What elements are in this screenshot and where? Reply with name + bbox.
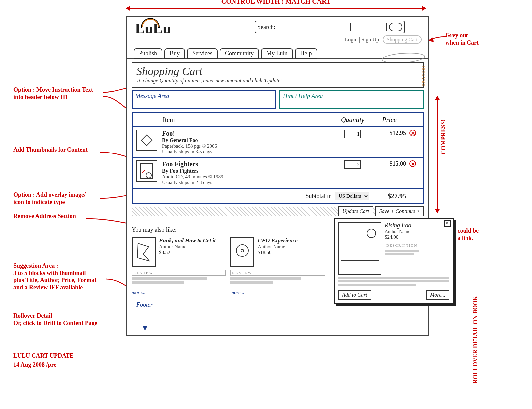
cd-icon [140, 163, 153, 179]
col-qty: Quantity [333, 116, 373, 124]
item-thumbnail [136, 160, 157, 182]
description-bars-icon [385, 250, 419, 255]
suggestion-thumbnail [132, 237, 156, 267]
suggestion-thumbnail [230, 237, 254, 267]
anno-footer-title: LULU CART UPDATE [13, 352, 74, 359]
item-title[interactable]: Foo Fighters [162, 160, 333, 168]
anno-greyout: Grey out when in Cart [445, 32, 479, 46]
suggestion-price: $8.52 [159, 250, 216, 255]
cart-row: Foo! By General Foo Paperback, 158 pgs ©… [133, 126, 423, 157]
sun-icon [367, 229, 376, 238]
item-price: $15.00 [373, 160, 406, 167]
anno-remove-address: Remove Address Section [13, 213, 76, 220]
popup-close-button[interactable]: ✕ [444, 220, 451, 227]
anno-rollover-side: ROLLOVER DETAIL ON BOOK [472, 296, 479, 384]
anno-overlay: Option : Add overlay image/ icon to indi… [13, 191, 86, 206]
dimension-arrow-top: CONTROL WIDTH : MATCH CART [126, 5, 426, 12]
anno-instruction: Option : Move Instruction Text into head… [13, 86, 93, 101]
item-shipping: Usually ships in 2-3 days [162, 180, 333, 185]
tab-publish[interactable]: Publish [134, 48, 162, 59]
remove-button[interactable] [406, 160, 419, 169]
removed-address-area: Update Cart Save + Continue > [132, 207, 424, 216]
remove-icon [409, 160, 416, 167]
main-tabs: Publish Buy Services Community My Lulu H… [134, 48, 317, 59]
tab-services[interactable]: Services [187, 48, 218, 59]
diamond-icon [140, 134, 153, 147]
suggestions-header: You may also like: [132, 226, 177, 233]
popup-description-label: DESCRIPTION [385, 243, 419, 248]
item-author: By Foo Fighters [162, 168, 333, 174]
item-price: $12.95 [373, 130, 406, 137]
subtotal-value: $27.95 [373, 192, 406, 200]
cart-link[interactable]: Shopping Cart [383, 35, 422, 44]
search-input[interactable] [279, 23, 348, 31]
page-title: Shopping Cart [136, 65, 419, 78]
search-category[interactable] [350, 23, 387, 31]
message-area: Message Area [132, 90, 276, 109]
page-title-box: Shopping Cart To change Quantity of an i… [132, 62, 424, 88]
qty-input[interactable] [344, 130, 361, 138]
popup-more-button[interactable]: More... [426, 290, 449, 300]
tab-buy[interactable]: Buy [164, 48, 185, 59]
down-arrow-icon [142, 311, 148, 332]
anno-footer-meta: 14 Aug 2008 /pre [13, 361, 56, 369]
subtotal-label: Subtotal in [305, 193, 332, 200]
item-title[interactable]: Foo! [162, 130, 333, 137]
item-shipping: Usually ships in 3-5 days [162, 149, 333, 154]
currency-select[interactable]: US Dollars [335, 192, 369, 200]
anno-could-link: could be a link. [457, 227, 479, 242]
update-cart-button[interactable]: Update Cart [338, 206, 373, 216]
search-go-button[interactable] [389, 23, 402, 31]
remove-icon [409, 130, 416, 136]
col-item: Item [163, 116, 333, 124]
dimension-arrow-right: COMPRESS! [434, 96, 441, 213]
signup-link[interactable]: Sign Up [361, 37, 379, 42]
suggestion-title: Funk, and How to Get it [159, 237, 216, 244]
logo: LuLu [135, 20, 175, 37]
remove-button[interactable] [406, 130, 419, 138]
tab-community[interactable]: Community [220, 48, 259, 59]
review-bars-icon [230, 277, 325, 284]
tab-help[interactable]: Help [295, 48, 317, 59]
save-continue-button[interactable]: Save + Continue > [375, 206, 424, 216]
suggestion-more-link[interactable]: more... [132, 290, 226, 295]
cart-table: Item Quantity Price Foo! By General Foo … [132, 112, 424, 204]
book-icon [135, 241, 152, 264]
suggestion-price: $18.50 [258, 250, 297, 255]
item-thumbnail [136, 130, 157, 151]
review-label: REVIEW [132, 270, 226, 276]
page-frame: LuLu Search: Login | Sign Up | Shopping … [126, 16, 429, 336]
suggestion-title: UFO Experience [258, 237, 297, 244]
search-label: Search: [257, 24, 275, 31]
hint-area: Hint / Help Area [279, 90, 424, 109]
svg-point-10 [236, 245, 248, 256]
review-label: REVIEW [230, 270, 325, 276]
user-links: Login | Sign Up | Shopping Cart [345, 37, 422, 43]
suggestion-more-link[interactable]: more... [230, 290, 325, 295]
svg-marker-12 [143, 326, 147, 331]
dimension-label-top: CONTROL WIDTH : MATCH CART [126, 0, 426, 5]
orange-tag: ORANGE! [421, 65, 425, 86]
suggestion-author: Author Name [159, 244, 216, 250]
close-icon: ✕ [445, 221, 449, 226]
ufo-icon [234, 241, 251, 264]
col-price: Price [373, 116, 406, 124]
qty-input[interactable] [344, 160, 361, 169]
popup-price: $24.00 [385, 234, 419, 240]
popup-author: Author Name [385, 229, 419, 234]
review-bars-icon [132, 277, 226, 284]
anno-rollover: Rollover Detail Or, click to Drill to Co… [13, 312, 97, 327]
description-bars-icon [338, 277, 449, 286]
suggestion-card[interactable]: Funk, and How to Get it Author Name $8.5… [132, 237, 226, 295]
item-meta: Audio CD, 49 minutes © 1989 [162, 174, 333, 180]
anno-thumbnails: Add Thumbnails for Content [13, 146, 88, 153]
tab-mylulu[interactable]: My Lulu [261, 48, 293, 59]
suggestion-card[interactable]: UFO Experience Author Name $18.50 REVIEW… [230, 237, 325, 295]
popup-title: Rising Foo [385, 222, 419, 229]
header: LuLu Search: Login | Sign Up | Shopping … [127, 17, 428, 59]
search-bar: Search: [255, 21, 405, 33]
login-link[interactable]: Login [345, 37, 358, 42]
popup-add-to-cart-button[interactable]: Add to Cart [338, 290, 371, 300]
suggestion-author: Author Name [258, 244, 297, 250]
anno-suggestion-area: Suggestion Area : 3 to 5 blocks with thu… [13, 262, 96, 291]
